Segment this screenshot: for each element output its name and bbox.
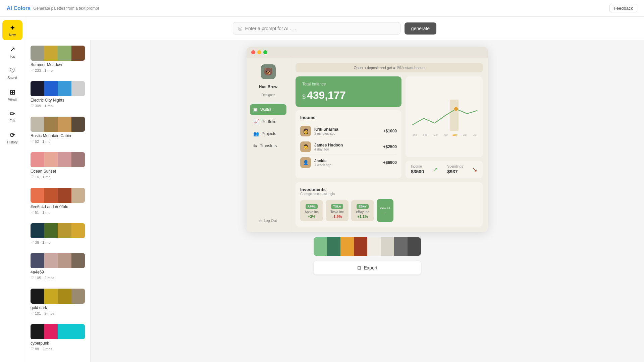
heart-icon: ♡ (31, 175, 34, 179)
main-layout: ✦ New ↗ Top ♡ Saved ⊞ Views ✏ Edit ⟳ His… (0, 17, 644, 362)
view-all-button[interactable]: view all › (377, 199, 393, 222)
generate-button[interactable]: generate (405, 22, 436, 35)
swatch (58, 289, 71, 304)
palette-card-4[interactable]: #ee6c4d and #e0fbfc♡ 511 mo (29, 186, 87, 217)
palette-name-7: gold dark (31, 305, 85, 310)
palette-swatches-4 (31, 188, 85, 203)
palette-card-7[interactable]: gold dark♡ 1012 mos (29, 287, 87, 317)
ai-icon: ◎ (238, 25, 243, 32)
swatch (31, 324, 44, 339)
income-trend-icon: ↗ (433, 166, 438, 173)
svg-text:Jan: Jan (413, 133, 417, 136)
nav-transfers[interactable]: ⇆ Transfers (250, 140, 286, 151)
prompt-input-wrapper: ◎ (233, 22, 400, 35)
bottom-swatch (340, 237, 354, 256)
palette-meta-5: ♡ 361 mo (31, 240, 85, 244)
palette-card-2[interactable]: Rustic Mountain Cabin♡ 521 mo (29, 115, 87, 145)
swatch (58, 81, 71, 96)
spendings-trend-icon: ↘ (472, 166, 477, 173)
view-all-label: view all (380, 206, 390, 210)
nav-wallet[interactable]: ▣ Wallet (250, 104, 286, 115)
swatch (44, 253, 58, 268)
sidebar-label-new: New (9, 33, 16, 37)
svg-point-1 (454, 107, 458, 111)
palette-swatches-8 (31, 324, 85, 339)
sidebar-item-new[interactable]: ✦ New (2, 20, 22, 40)
sidebar: ✦ New ↗ Top ♡ Saved ⊞ Views ✏ Edit ⟳ His… (0, 17, 25, 362)
balance-card: Total balance $439,177 (296, 76, 401, 107)
nav-transfers-label: Transfers (260, 143, 277, 148)
income-name-1: James Hudson (314, 143, 380, 147)
logout-button[interactable]: ⎋ Log Out (257, 216, 279, 225)
bottom-swatch (314, 237, 327, 256)
nav-projects[interactable]: 👥 Projects (250, 128, 286, 139)
history-icon: ⟳ (10, 131, 15, 139)
bottom-swatch (367, 237, 381, 256)
palette-meta-4: ♡ 511 mo (31, 210, 85, 215)
transfers-icon: ⇆ (253, 143, 257, 148)
deposit-banner: Open a deposit and get a 1% instant bonu… (296, 63, 483, 72)
swatch (58, 188, 71, 203)
investments-section: Investments Change since last login APPL… (296, 182, 483, 227)
sidebar-item-edit[interactable]: ✏ Edit (2, 106, 22, 126)
swatch (71, 253, 85, 268)
heart-icon: ♡ (31, 139, 34, 143)
logout-label: Log Out (264, 219, 277, 223)
header: AI Colors Generate palettes from a text … (0, 0, 644, 17)
sidebar-label-saved: Saved (8, 76, 17, 80)
sidebar-label-top: Top (10, 55, 15, 58)
sidebar-item-views[interactable]: ⊞ Views (2, 84, 22, 105)
inv-tag-1: TSLA (331, 204, 343, 209)
palette-card-5[interactable]: ♡ 361 mo (29, 221, 87, 246)
palette-card-6[interactable]: 4a4e69♡ 1052 mos (29, 251, 87, 282)
palette-card-0[interactable]: Summer Meadow♡ 2331 mo (29, 44, 87, 74)
palette-name-4: #ee6c4d and #e0fbfc (31, 204, 85, 209)
nav-portfolio[interactable]: 📈 Portfolio (250, 116, 286, 127)
palette-card-8[interactable]: cyberpunk♡ 882 mos (29, 322, 87, 353)
palette-swatches-0 (31, 46, 85, 61)
svg-text:Mar: Mar (433, 133, 438, 136)
palette-swatches-3 (31, 152, 85, 167)
left-col: Total balance $439,177 Income (296, 76, 401, 178)
bottom-swatch (327, 237, 340, 256)
svg-text:Jun: Jun (463, 133, 467, 136)
prompt-input[interactable] (245, 26, 395, 31)
sidebar-item-top[interactable]: ↗ Top (2, 42, 22, 62)
minimize-dot[interactable] (257, 50, 261, 54)
palette-time-3: 1 mo (42, 175, 50, 179)
swatch (31, 46, 44, 61)
palette-meta-3: ♡ 161 mo (31, 175, 85, 179)
swatch (71, 152, 85, 167)
inv-company-1: Tesla Inc (329, 210, 345, 214)
heart-icon: ♡ (31, 104, 34, 108)
palette-likes-1: ♡ 309 (31, 104, 41, 108)
palette-likes-3: ♡ 16 (31, 175, 39, 179)
logo: AI Colors (7, 5, 31, 11)
inv-company-0: Apple Inc (304, 210, 320, 214)
swatch (58, 223, 71, 238)
export-bar[interactable]: ⊟ Export (314, 261, 421, 275)
palette-name-1: Electric City Nights (31, 98, 85, 103)
swatch (71, 324, 85, 339)
swatch (71, 46, 85, 61)
stat-spendings: Spendings $937 (447, 165, 463, 174)
portfolio-icon: 📈 (253, 119, 259, 124)
close-dot[interactable] (251, 50, 255, 54)
swatch (31, 117, 44, 132)
income-row-2: 👤 Jackie 1 week ago +$6900 (300, 155, 397, 170)
palette-card-3[interactable]: Ocean Sunset♡ 161 mo (29, 150, 87, 181)
income-amount-2: +$6900 (383, 160, 397, 165)
palette-meta-7: ♡ 1012 mos (31, 311, 85, 315)
heart-icon: ♡ (31, 311, 34, 315)
palette-time-2: 1 mo (42, 139, 50, 143)
swatch (44, 223, 58, 238)
inv-company-2: eBay Inc (355, 210, 371, 214)
sidebar-item-history[interactable]: ⟳ History (2, 127, 22, 147)
maximize-dot[interactable] (263, 50, 267, 54)
feedback-button[interactable]: Feedback (609, 4, 637, 12)
swatch (31, 81, 44, 96)
sidebar-item-saved[interactable]: ♡ Saved (2, 63, 22, 83)
bottom-swatch (381, 237, 394, 256)
palette-card-1[interactable]: Electric City Nights♡ 3091 mo (29, 79, 87, 110)
new-icon: ✦ (10, 24, 15, 32)
